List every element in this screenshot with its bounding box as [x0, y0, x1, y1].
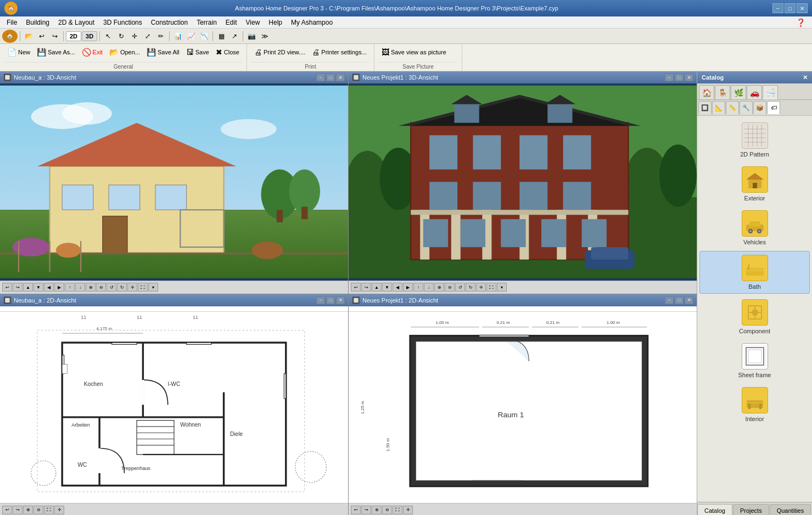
vp-tr-minimize[interactable]: −	[665, 74, 674, 81]
vp-tl-minimize[interactable]: −	[316, 74, 325, 81]
nav-tilt-up[interactable]: ↑	[65, 283, 75, 292]
menu-terrain[interactable]: Terrain	[192, 17, 221, 28]
catalog-tab-furniture[interactable]: 🪑	[715, 85, 730, 99]
tab-catalog[interactable]: Catalog	[697, 504, 732, 515]
tab-quantities[interactable]: Quantities	[770, 504, 811, 515]
vp-bl-btns[interactable]: − □ ✕	[316, 296, 345, 304]
vp-tr-nav[interactable]: ↩ ↪ ▲ ▼ ◀ ▶ ↑ ↓ ⊕ ⊖ ↺ ↻ ✛ ⛶ ▾	[351, 283, 507, 292]
menu-3d-functions[interactable]: 3D Functions	[99, 17, 147, 28]
menu-building[interactable]: Building	[21, 17, 54, 28]
nav-zoom-in[interactable]: ⊕	[86, 283, 96, 292]
bar-chart3-btn[interactable]: 📉	[198, 30, 210, 42]
move-btn[interactable]: ✛	[128, 30, 141, 42]
vp-br-minimize[interactable]: −	[665, 296, 674, 304]
nav2-down[interactable]: ▼	[382, 283, 392, 292]
catalog-tab-vehicles[interactable]: 🚗	[747, 85, 762, 99]
camera-btn[interactable]: 📷	[245, 30, 257, 42]
catalog-close-icon[interactable]: ✕	[803, 74, 808, 81]
catalog-item-sheet-frame[interactable]: Sheet frame	[699, 340, 810, 382]
cursor-btn[interactable]: ↖	[102, 30, 114, 42]
menu-view[interactable]: View	[242, 17, 265, 28]
open-file-btn[interactable]: 📂	[23, 30, 35, 42]
window-controls[interactable]: − □ ✕	[772, 3, 808, 13]
vp-tl-canvas[interactable]	[0, 83, 348, 281]
vp-bl-nav[interactable]: ↩ ↪ ⊕ ⊖ ⛶ ✛	[2, 506, 64, 514]
nav3-pan[interactable]: ✛	[54, 506, 64, 514]
nav4-zoom-in[interactable]: ⊕	[372, 506, 382, 514]
catalog-item-component[interactable]: Component	[699, 296, 810, 338]
rotate-btn[interactable]: ↻	[115, 30, 127, 42]
nav2-zoom-in[interactable]: ⊕	[434, 283, 444, 292]
vp-tl-close[interactable]: ✕	[336, 74, 345, 81]
vp-br-maximize[interactable]: □	[675, 296, 684, 304]
vp-tl-maximize[interactable]: □	[326, 74, 335, 81]
nav-undo[interactable]: ↩	[2, 283, 12, 292]
tab-projects[interactable]: Projects	[733, 504, 769, 515]
menu-my-ashampoo[interactable]: My Ashampoo	[287, 17, 337, 28]
draw-btn[interactable]: ✏	[155, 30, 167, 42]
nav4-fit[interactable]: ⛶	[393, 506, 402, 514]
save-all-button[interactable]: 💾 Save All	[144, 46, 182, 58]
nav3-zoom-in[interactable]: ⊕	[23, 506, 33, 514]
nav2-up[interactable]: ▲	[372, 283, 382, 292]
nav2-zoom-out[interactable]: ⊖	[445, 283, 455, 292]
undo-btn[interactable]: ↩	[36, 30, 48, 42]
menu-help[interactable]: Help	[264, 17, 287, 28]
catalog-item-vehicles[interactable]: Vehicles	[699, 207, 810, 249]
catalog-tab-nature[interactable]: 🌿	[731, 85, 746, 99]
app-logo-btn[interactable]: 🏠	[2, 30, 18, 43]
nav2-tilt-up[interactable]: ↑	[413, 283, 423, 292]
view-2d-btn[interactable]: 2D	[66, 31, 81, 41]
vp-br-nav[interactable]: ↩ ↪ ⊕ ⊖ ⛶ ✛	[351, 506, 413, 514]
nav4-redo[interactable]: ↪	[361, 506, 371, 514]
vp-tr-maximize[interactable]: □	[675, 74, 684, 81]
cat-icon-3[interactable]: 📏	[726, 101, 739, 114]
more-tools-btn[interactable]: ≫	[259, 30, 271, 42]
vp-br-btns[interactable]: − □ ✕	[665, 296, 693, 304]
nav2-pan[interactable]: ✛	[476, 283, 486, 292]
vp-bl-canvas[interactable]: 11 11 11	[0, 306, 348, 503]
bar-chart-btn[interactable]: 📊	[172, 30, 184, 42]
nav2-fit[interactable]: ⛶	[486, 283, 496, 292]
nav-zoom-out[interactable]: ⊖	[96, 283, 106, 292]
vp-tr-canvas[interactable]	[349, 83, 697, 281]
vp-tr-close[interactable]: ✕	[685, 74, 693, 81]
nav3-undo[interactable]: ↩	[2, 506, 12, 514]
cat-icon-2[interactable]: 📐	[712, 101, 725, 114]
print-2d-button[interactable]: 🖨 Print 2D view....	[251, 46, 308, 58]
nav-tilt-down[interactable]: ↓	[75, 283, 85, 292]
menu-construction[interactable]: Construction	[147, 17, 192, 28]
printer-settings-button[interactable]: 🖨 Printer settings...	[309, 46, 369, 58]
nav2-rotate-l[interactable]: ↺	[455, 283, 465, 292]
select-btn[interactable]: ▦	[215, 30, 227, 42]
catalog-item-2d-pattern[interactable]: 2D Pattern	[699, 119, 810, 161]
cat-icon-4[interactable]: 🔧	[740, 101, 753, 114]
menu-file[interactable]: File	[2, 17, 21, 28]
nav-left[interactable]: ◀	[44, 283, 54, 292]
bar-chart2-btn[interactable]: 📈	[185, 30, 197, 42]
exit-button[interactable]: 🚫 Exit	[79, 46, 105, 58]
nav-redo[interactable]: ↪	[13, 283, 23, 292]
open-button[interactable]: 📂 Open...	[107, 46, 143, 58]
nav4-zoom-out[interactable]: ⊖	[382, 506, 392, 514]
nav3-fit[interactable]: ⛶	[44, 506, 54, 514]
catalog-item-interior[interactable]: Interior	[699, 384, 810, 426]
nav2-more[interactable]: ▾	[497, 283, 507, 292]
help-icon[interactable]: ❓	[796, 18, 810, 27]
nav2-right[interactable]: ▶	[403, 283, 413, 292]
close-button[interactable]: ✕	[797, 3, 808, 13]
vp-tl-btns[interactable]: − □ ✕	[316, 74, 345, 81]
nav3-redo[interactable]: ↪	[13, 506, 23, 514]
nav-more[interactable]: ▾	[148, 283, 158, 292]
nav2-left[interactable]: ◀	[393, 283, 402, 292]
nav2-undo[interactable]: ↩	[351, 283, 361, 292]
nav2-redo[interactable]: ↪	[361, 283, 371, 292]
save-view-picture-button[interactable]: 🖼 Save view as picture	[379, 46, 449, 58]
vp-br-close[interactable]: ✕	[685, 296, 693, 304]
vp-tr-btns[interactable]: − □ ✕	[665, 74, 693, 81]
menu-2d-layout[interactable]: 2D & Layout	[54, 17, 99, 28]
new-button[interactable]: 📄 New	[4, 46, 33, 58]
vp-bl-close[interactable]: ✕	[336, 296, 345, 304]
nav-right[interactable]: ▶	[54, 283, 64, 292]
minimize-button[interactable]: −	[772, 3, 783, 13]
